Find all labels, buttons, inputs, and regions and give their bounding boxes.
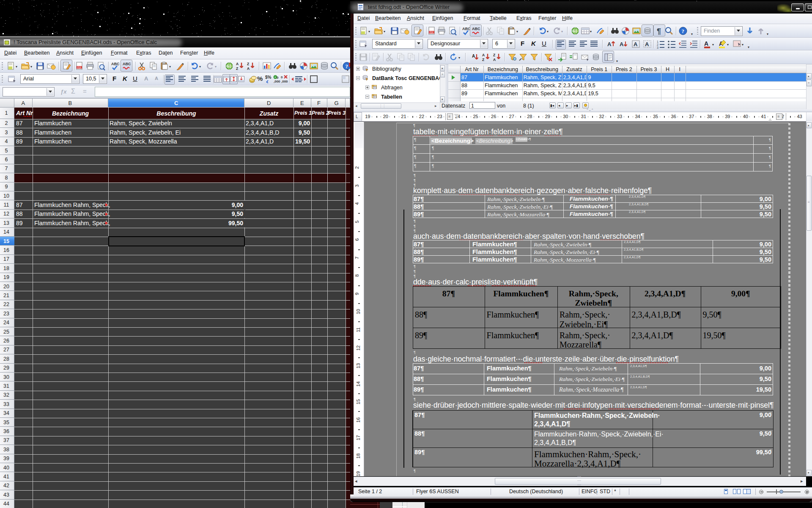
svg-text:ABC: ABC — [462, 27, 471, 31]
svg-text:3: 3 — [657, 46, 658, 49]
svg-text:Z: Z — [482, 58, 484, 62]
svg-text:ABC: ABC — [123, 62, 131, 66]
svg-text:ABC: ABC — [111, 62, 120, 66]
svg-text:Z: Z — [247, 62, 249, 66]
svg-text:0: 0 — [281, 75, 283, 79]
svg-text:A: A — [247, 66, 250, 71]
svg-text:A: A — [472, 54, 475, 58]
svg-text:A: A — [236, 62, 239, 66]
svg-text:Z: Z — [493, 53, 495, 57]
svg-text:,000: ,000 — [274, 80, 280, 83]
svg-text:,000: ,000 — [281, 80, 288, 83]
svg-text:A: A — [620, 41, 624, 47]
svg-text:0: 0 — [277, 76, 279, 80]
svg-text:A: A — [493, 58, 496, 62]
svg-text:A: A — [704, 40, 708, 47]
svg-text:A: A — [645, 41, 649, 47]
svg-text:GO: GO — [227, 65, 231, 68]
svg-text:A: A — [607, 41, 612, 47]
svg-text:$%: $% — [265, 75, 272, 80]
svg-text:A: A — [634, 41, 638, 47]
svg-text:PDF: PDF — [430, 31, 434, 33]
svg-text:¶: ¶ — [657, 27, 661, 36]
svg-text:A: A — [482, 53, 485, 57]
svg-text:+: + — [274, 75, 277, 79]
svg-text:PDF: PDF — [77, 66, 82, 69]
svg-text:1: 1 — [657, 40, 658, 43]
svg-text:?: ? — [682, 28, 685, 34]
svg-text:ABC: ABC — [472, 27, 480, 31]
svg-text:GO: GO — [573, 30, 577, 33]
svg-text:2: 2 — [657, 43, 658, 46]
svg-text:Z: Z — [236, 66, 238, 71]
